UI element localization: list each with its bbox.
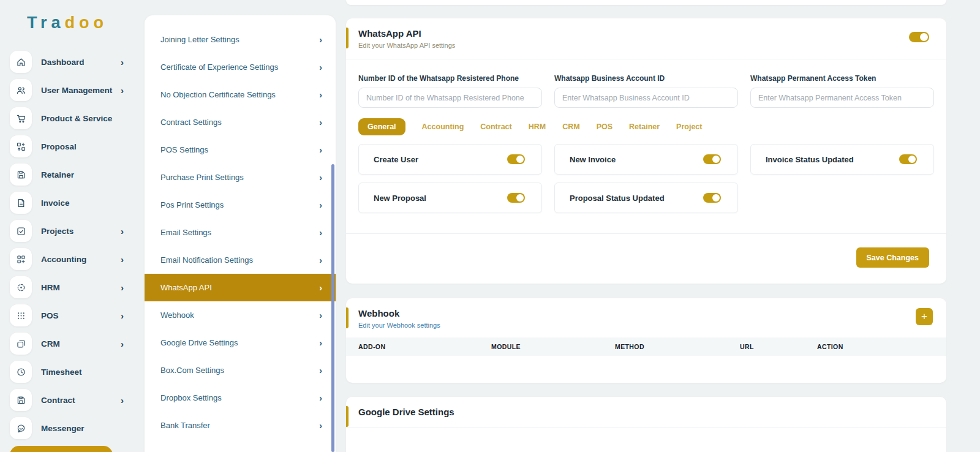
sidebar-item-label: Contract	[41, 396, 75, 405]
tab-retainer[interactable]: Retainer	[629, 118, 660, 135]
settings-menu-item-email-settings[interactable]: Email Settings›	[145, 219, 336, 246]
toggle-label: Create User	[374, 155, 418, 164]
settings-menu-item-pos-settings[interactable]: POS Settings›	[145, 136, 336, 164]
settings-menu-item-label: Box.Com Settings	[160, 366, 224, 375]
sidebar-item-contract[interactable]: Contract ›	[10, 386, 132, 414]
header-accent-bar	[346, 406, 349, 427]
settings-menu-item-contract-settings[interactable]: Contract Settings›	[145, 108, 336, 136]
new-proposal-toggle[interactable]	[507, 193, 525, 203]
sidebar-item-label: CRM	[41, 339, 60, 348]
settings-menu-item-no-objection[interactable]: No Objection Certificate Settings›	[145, 81, 336, 108]
business-account-label: Whatsapp Business Account ID	[554, 74, 738, 83]
whatsapp-api-card: WhatsApp API Edit your WhatsApp API sett…	[346, 18, 946, 284]
settings-menu-item-box-com[interactable]: Box.Com Settings›	[145, 356, 336, 384]
previous-card-bottom-edge	[346, 0, 946, 5]
sidebar-item-label: Invoice	[41, 198, 70, 208]
header-divider	[346, 427, 946, 428]
chevron-right-icon: ›	[319, 62, 322, 72]
tab-general[interactable]: General	[358, 118, 405, 135]
sidebar-item-pos[interactable]: POS ›	[10, 301, 132, 330]
invoice-icon	[10, 192, 32, 214]
number-id-input[interactable]	[358, 88, 542, 108]
sidebar-item-label: Dashboard	[41, 58, 85, 67]
tab-crm[interactable]: CRM	[562, 118, 579, 135]
sidebar-item-timesheet[interactable]: Timesheet	[10, 358, 132, 386]
tab-project[interactable]: Project	[676, 118, 702, 135]
sidebar-item-accounting[interactable]: Accounting ›	[10, 245, 132, 273]
chevron-right-icon: ›	[319, 35, 322, 45]
column-header-method: METHOD	[615, 343, 740, 350]
toggle-label: Proposal Status Updated	[570, 194, 665, 203]
invoice-status-toggle[interactable]	[899, 154, 917, 164]
retainer-icon	[10, 164, 32, 186]
webhook-card: Webhook Edit your Webhook settings + ADD…	[346, 298, 946, 383]
toggle-card-invoice-status: Invoice Status Updated	[750, 144, 934, 175]
settings-scrollbar-thumb[interactable]	[331, 164, 334, 452]
sidebar-item-proposal[interactable]: Proposal	[10, 132, 132, 160]
sidebar-item-messenger[interactable]: Messenger	[10, 414, 132, 442]
clock-icon	[10, 361, 32, 383]
settings-menu-item-label: Webhook	[160, 311, 194, 320]
toggle-card-new-proposal: New Proposal	[358, 183, 542, 213]
sidebar-item-label: Messenger	[41, 424, 85, 433]
sidebar-item-invoice[interactable]: Invoice	[10, 189, 132, 217]
save-changes-button[interactable]: Save Changes	[856, 247, 929, 268]
sidebar-item-crm[interactable]: CRM ›	[10, 330, 132, 358]
tab-pos[interactable]: POS	[597, 118, 612, 135]
settings-menu-item-whatsapp-api[interactable]: WhatsApp API›	[145, 274, 336, 301]
add-webhook-button[interactable]: +	[916, 308, 933, 325]
chevron-right-icon: ›	[319, 311, 322, 320]
settings-menu-item-label: Dropbox Settings	[160, 393, 222, 402]
pos-icon	[10, 304, 32, 326]
logo-text-secondary: doo	[65, 13, 108, 32]
logo-text-primary: Tra	[27, 13, 65, 32]
sidebar-item-projects[interactable]: Projects ›	[10, 217, 132, 245]
settings-menu-item-google-drive[interactable]: Google Drive Settings›	[145, 329, 336, 356]
settings-menu-item-bank-transfer[interactable]: Bank Transfer›	[145, 412, 336, 439]
tab-hrm[interactable]: HRM	[529, 118, 546, 135]
settings-menu-item-pos-print[interactable]: Pos Print Settings›	[145, 191, 336, 219]
home-icon	[10, 51, 32, 73]
brand-logo[interactable]: Tradoo	[27, 13, 108, 32]
sidebar-active-item-pill[interactable]	[10, 446, 113, 452]
access-token-input[interactable]	[750, 88, 934, 108]
settings-menu-item-purchase-print[interactable]: Purchase Print Settings›	[145, 164, 336, 191]
proposal-status-toggle[interactable]	[703, 193, 721, 203]
settings-menu-item-certificate-experience[interactable]: Certificate of Experience Settings›	[145, 53, 336, 81]
sidebar-item-retainer[interactable]: Retainer	[10, 160, 132, 189]
toggle-card-proposal-status: Proposal Status Updated	[554, 183, 738, 213]
sidebar-item-product-service[interactable]: Product & Service	[10, 104, 132, 132]
chevron-right-icon: ›	[121, 396, 124, 405]
sidebar-item-label: User Management	[41, 86, 112, 95]
settings-menu-item-email-notification[interactable]: Email Notification Settings›	[145, 246, 336, 274]
chevron-right-icon: ›	[319, 228, 322, 238]
settings-menu-item-dropbox[interactable]: Dropbox Settings›	[145, 384, 336, 412]
settings-menu-item-webhook[interactable]: Webhook›	[145, 301, 336, 329]
settings-menu-item-joining-letter[interactable]: Joining Letter Settings›	[145, 26, 336, 53]
toggle-label: New Invoice	[570, 155, 616, 164]
business-account-input[interactable]	[554, 88, 738, 108]
chevron-right-icon: ›	[319, 338, 322, 348]
sidebar-item-user-management[interactable]: User Management ›	[10, 76, 132, 104]
chevron-right-icon: ›	[319, 90, 322, 100]
sidebar-item-dashboard[interactable]: Dashboard ›	[10, 48, 132, 76]
create-user-toggle[interactable]	[507, 154, 525, 164]
chevron-right-icon: ›	[319, 421, 322, 431]
accounting-icon	[10, 248, 32, 270]
whatsapp-card-title: WhatsApp API	[358, 28, 934, 39]
chevron-right-icon: ›	[319, 366, 322, 375]
number-id-label: Number ID of the Whatsapp Resistered Pho…	[358, 74, 542, 83]
toggle-label: Invoice Status Updated	[766, 155, 854, 164]
sidebar-item-hrm[interactable]: HRM ›	[10, 273, 132, 301]
whatsapp-card-header: WhatsApp API Edit your WhatsApp API sett…	[346, 18, 946, 49]
tab-contract[interactable]: Contract	[480, 118, 511, 135]
new-invoice-toggle[interactable]	[703, 154, 721, 164]
whatsapp-enable-toggle[interactable]	[909, 32, 929, 42]
chevron-right-icon: ›	[319, 200, 322, 210]
sidebar-nav: Dashboard › User Management › Product & …	[10, 48, 132, 442]
projects-icon	[10, 220, 32, 242]
settings-menu-item-label: POS Settings	[160, 145, 208, 154]
settings-menu-item-label: Joining Letter Settings	[160, 35, 239, 44]
hrm-icon	[10, 276, 32, 298]
tab-accounting[interactable]: Accounting	[422, 118, 464, 135]
